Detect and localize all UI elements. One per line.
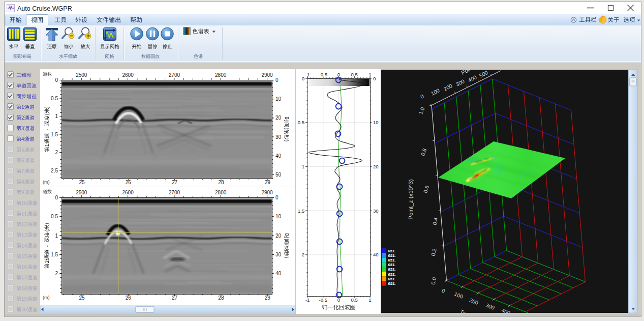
svg-text:2500: 2500	[76, 190, 87, 195]
svg-text:651.: 651.	[388, 272, 396, 277]
svg-text:0.5: 0.5	[298, 120, 304, 125]
svg-text:1: 1	[369, 297, 371, 303]
svg-text:0: 0	[55, 77, 58, 83]
svg-text:29: 29	[265, 180, 271, 185]
svg-text:1: 1	[369, 72, 371, 77]
svg-text:28: 28	[218, 295, 224, 301]
svg-text:30: 30	[275, 134, 282, 140]
svg-text:2800: 2800	[215, 190, 227, 195]
svg-text:-0.5: -0.5	[319, 72, 327, 77]
svg-text:30: 30	[275, 252, 282, 257]
svg-text:0.5: 0.5	[351, 72, 358, 77]
svg-text:40: 40	[275, 271, 282, 276]
svg-text:0: 0	[55, 195, 58, 200]
svg-text:651.: 651.	[388, 262, 396, 267]
svg-text:(m): (m)	[43, 180, 50, 185]
svg-text:20: 20	[373, 164, 379, 169]
svg-text:50: 50	[275, 172, 282, 178]
svg-text:2700: 2700	[169, 190, 180, 195]
svg-text:26: 26	[126, 295, 132, 301]
svg-text:651.: 651.	[388, 258, 396, 262]
svg-text:25: 25	[79, 180, 85, 185]
svg-text:25: 25	[79, 295, 85, 301]
svg-text:2.5: 2.5	[51, 168, 58, 173]
svg-text:0.5: 0.5	[351, 297, 358, 303]
svg-text:26: 26	[126, 180, 132, 185]
svg-text:30: 30	[373, 208, 379, 214]
svg-text:2700: 2700	[169, 72, 180, 78]
svg-text:2: 2	[302, 252, 304, 257]
svg-text:Point_z (x10^3): Point_z (x10^3)	[408, 179, 414, 220]
svg-text:-1: -1	[305, 297, 310, 303]
svg-text:651.: 651.	[388, 267, 396, 272]
svg-text:2600: 2600	[122, 190, 134, 195]
svg-text:1.5: 1.5	[51, 252, 58, 257]
svg-text:1.5: 1.5	[298, 208, 304, 214]
svg-text:10: 10	[373, 120, 379, 125]
svg-text:(m): (m)	[43, 295, 50, 300]
svg-text:0.5: 0.5	[51, 96, 58, 101]
svg-text:1: 1	[55, 113, 58, 119]
svg-text:2900: 2900	[261, 190, 273, 195]
svg-text:0.5: 0.5	[51, 214, 58, 219]
svg-text:-0.5: -0.5	[319, 297, 327, 303]
svg-text:651.: 651.	[388, 249, 396, 253]
svg-text:0: 0	[302, 76, 304, 81]
svg-text:0: 0	[275, 77, 279, 83]
svg-text:1: 1	[302, 164, 304, 169]
svg-text:2500: 2500	[76, 72, 87, 78]
svg-text:10: 10	[275, 96, 282, 102]
svg-text:2900: 2900	[261, 72, 273, 78]
svg-text:1: 1	[55, 233, 58, 239]
svg-text:1.5: 1.5	[51, 132, 58, 137]
svg-text:27: 27	[172, 180, 178, 185]
svg-text:2600: 2600	[122, 72, 134, 78]
svg-text:-1: -1	[305, 72, 310, 77]
svg-text:40: 40	[373, 252, 379, 257]
svg-text:651.: 651.	[388, 253, 396, 258]
svg-text:2: 2	[55, 150, 58, 155]
svg-text:29: 29	[265, 295, 271, 301]
svg-text:2800: 2800	[215, 72, 227, 78]
svg-text:20: 20	[275, 233, 282, 239]
svg-text:0: 0	[275, 195, 279, 200]
svg-text:0: 0	[338, 72, 340, 77]
svg-text:10: 10	[275, 214, 282, 219]
svg-text:28: 28	[218, 180, 224, 185]
svg-text:40: 40	[275, 153, 282, 159]
svg-text:651.: 651.	[388, 281, 396, 286]
svg-text:Auto Cruise.WGPR: Auto Cruise.WGPR	[17, 5, 72, 12]
svg-text:0: 0	[373, 76, 376, 81]
svg-text:651.: 651.	[388, 277, 396, 281]
svg-text:27: 27	[172, 295, 178, 301]
svg-text:2: 2	[55, 271, 58, 276]
svg-text:20: 20	[275, 115, 282, 121]
